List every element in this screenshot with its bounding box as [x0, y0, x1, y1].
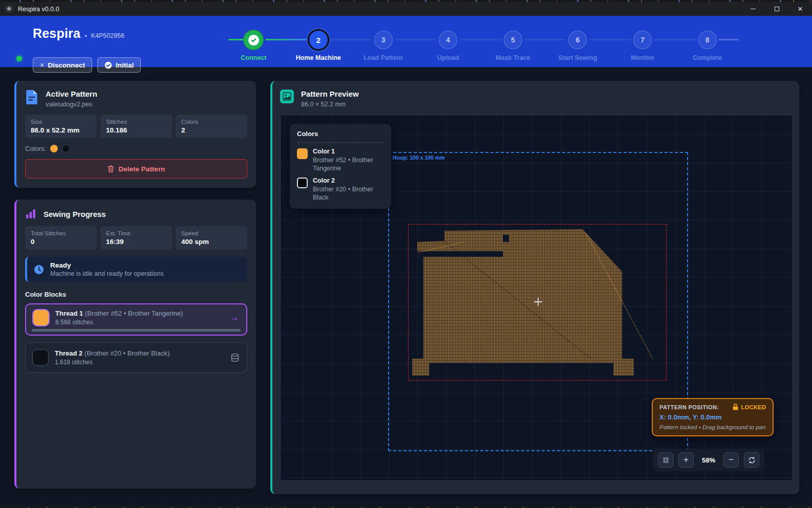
refresh-icon: [748, 456, 756, 464]
locked-badge: LOCKED: [741, 404, 766, 410]
stepper-connector: [460, 39, 501, 40]
stepper-connector: [395, 39, 437, 40]
disconnect-x-icon: ×: [40, 61, 44, 69]
serial-bullet: •: [84, 32, 87, 39]
pattern-position-overlay: PATTERN POSITION: LOCKED X: 0.0mm, Y: 0.…: [652, 398, 774, 436]
machine-status-box: Ready Machine is idle and ready for oper…: [25, 257, 247, 282]
colors-label: Colors:: [25, 145, 46, 152]
stepper-connector: [589, 39, 631, 40]
minus-icon: −: [729, 455, 734, 465]
app-name: Respira: [33, 26, 80, 41]
stat-speed: Speed 400 spm: [176, 226, 247, 250]
status-description: Machine is idle and ready for operations: [50, 270, 164, 277]
machine-serial: K4P502956: [91, 32, 124, 39]
wizard-stepper: Connect 2 Home Machine 3 Load Pattern 4 …: [221, 16, 740, 67]
hoop-label: Hoop: 100 x 100 mm: [393, 154, 445, 161]
step-complete[interactable]: 8 Complete: [675, 16, 740, 67]
colors-legend: Colors Color 1 Brother #52 • Brother Tan…: [290, 124, 391, 209]
step-mask-trace[interactable]: 5 Mask Trace: [481, 16, 546, 67]
color-blocks-heading: Color Blocks: [25, 291, 247, 298]
stat-est-time: Est. Time 16:39: [100, 226, 172, 250]
stat-total-stitches: Total Stitches 0: [25, 226, 97, 250]
check-circle-icon: [104, 61, 112, 69]
step-start-sewing[interactable]: 6 Start Sewing: [545, 16, 610, 67]
plus-icon: +: [683, 455, 689, 465]
window-title: Respira v0.0.0: [18, 6, 59, 13]
disconnect-button[interactable]: × Disconnect: [33, 57, 92, 73]
stepper-connector: [654, 39, 696, 40]
thread-block-2[interactable]: Thread 2 (Brother #20 • Brother Black) 1…: [25, 342, 247, 373]
sewing-progress-card: Sewing Progress Total Stitches 0 Est. Ti…: [14, 200, 256, 489]
maximize-icon: [775, 7, 779, 11]
zoom-out-button[interactable]: −: [723, 452, 739, 468]
active-pattern-title: Active Pattern: [46, 90, 97, 98]
pattern-notch: [503, 235, 509, 242]
close-icon: ✕: [798, 5, 803, 13]
color-swatch-1: [50, 145, 58, 152]
pattern-center-cross: [534, 298, 542, 306]
minimize-icon: [751, 9, 756, 9]
stepper-connector: [265, 39, 307, 40]
trash-icon: [108, 165, 114, 172]
app-window: ❋ Respira v0.0.0 ✕ Respira • K4P502956 ×…: [0, 0, 812, 508]
thread-1-swatch: [33, 310, 49, 325]
reset-view-button[interactable]: [744, 452, 759, 468]
step-load-pattern[interactable]: 3 Load Pattern: [351, 16, 416, 67]
pattern-lock-hint: Pattern locked • Drag background to pan: [659, 424, 766, 430]
delete-pattern-button[interactable]: Delete Pattern: [25, 159, 247, 179]
step-monitor[interactable]: 7 Monitor: [610, 16, 675, 67]
color-swatch-2: [62, 145, 70, 152]
initial-button[interactable]: Initial: [97, 57, 141, 73]
stat-colors: Colors 2: [176, 115, 247, 138]
lock-icon: [733, 404, 738, 410]
sewing-progress-title: Sewing Progress: [44, 210, 106, 218]
zoom-level: 58%: [699, 456, 718, 464]
close-button[interactable]: ✕: [788, 2, 812, 16]
stat-size: Size 86.0 x 52.2 mm: [25, 115, 97, 138]
legend-swatch-1: [297, 148, 308, 159]
check-icon: [250, 37, 257, 43]
fit-to-view-button[interactable]: [658, 452, 673, 468]
pattern-dimensions: 86.0 × 52.2 mm: [301, 101, 359, 108]
arrow-right-icon: →: [229, 312, 239, 323]
maximize-button[interactable]: [765, 2, 788, 16]
zoom-in-button[interactable]: +: [678, 452, 694, 468]
thread-2-swatch: [33, 350, 48, 365]
pattern-preview-card: Pattern Preview 86.0 × 52.2 mm Hoop: 100…: [270, 81, 799, 494]
app-logo-icon: ❋: [5, 5, 13, 13]
thread-1-stitches: 8.568 stitches: [55, 319, 183, 326]
step-home-machine[interactable]: 2 Home Machine: [286, 16, 351, 67]
stat-stitches: Stitches 10.186: [100, 115, 172, 138]
zoom-toolbar: + 58% −: [653, 449, 764, 471]
step-done-icon: [244, 31, 263, 49]
step-upload[interactable]: 4 Upload: [416, 16, 481, 67]
legend-entry-color-2: Color 2 Brother #20 • Brother Black: [297, 177, 384, 202]
bar-chart-icon: [25, 208, 36, 219]
active-pattern-card: Active Pattern valetudogv2.pes Size 86.0…: [14, 81, 256, 188]
thread-block-1[interactable]: Thread 1 (Brother #52 • Brother Tangerin…: [25, 303, 247, 336]
pattern-preview-title: Pattern Preview: [301, 90, 359, 98]
step-connect[interactable]: Connect: [221, 16, 286, 67]
preview-canvas[interactable]: Hoop: 100 x 100 mm Colors Color 1: [280, 115, 793, 481]
pattern-filename: valetudogv2.pes: [46, 101, 97, 108]
clock-icon: [34, 264, 44, 275]
stepper-connector: [525, 39, 566, 40]
status-title: Ready: [50, 261, 164, 269]
pattern-coordinates: X: 0.0mm, Y: 0.0mm: [659, 413, 766, 421]
image-icon: [280, 90, 294, 103]
app-header: Respira • K4P502956 × Disconnect Initial: [0, 16, 812, 67]
thread-2-stitches: 1.618 stitches: [55, 359, 169, 366]
stack-icon: [230, 353, 240, 362]
thread-1-progress-bar: [32, 329, 241, 332]
file-document-icon: [25, 90, 38, 105]
legend-entry-color-1: Color 1 Brother #52 • Brother Tangerine: [297, 148, 384, 172]
stepper-connector: [330, 39, 372, 40]
minimize-button[interactable]: [741, 2, 765, 16]
compress-icon: [662, 456, 670, 464]
titlebar: ❋ Respira v0.0.0 ✕: [0, 2, 812, 16]
legend-swatch-2: [297, 178, 308, 188]
connection-status-dot: [16, 56, 22, 61]
